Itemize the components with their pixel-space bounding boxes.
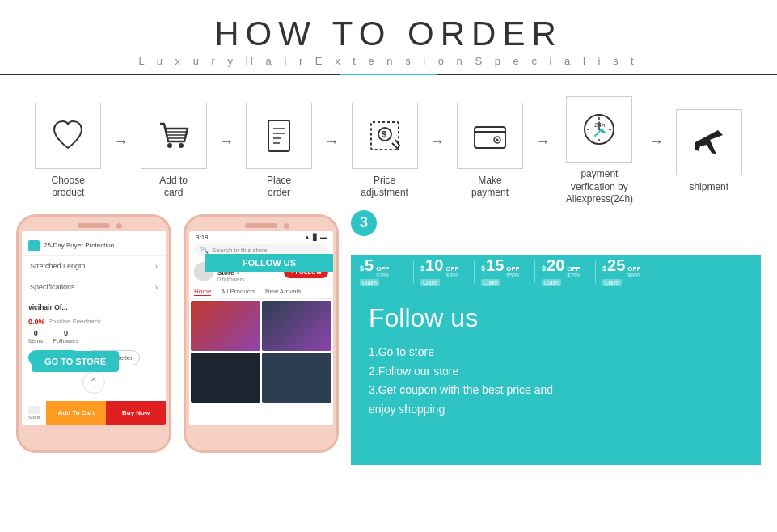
protection-icon: [28, 240, 40, 251]
phone-mockup-2: 3:18 ▲ ▊ ▬ FOLLOW US 🔍 Search in this st…: [184, 214, 339, 453]
coupon-5-off: OFF: [627, 265, 640, 272]
phone1-followers-stat: 0 Followers: [53, 329, 78, 344]
coupon-4-top: $ 20 OFF $799: [542, 257, 580, 278]
coupon-1-off-block: OFF $199: [376, 265, 389, 278]
phone1-stats: 0 Items 0 Followers: [22, 327, 166, 348]
coupon-4-claim[interactable]: Claim: [542, 279, 561, 286]
coupon-2-min: $399: [446, 272, 458, 278]
cart-icon: [154, 116, 194, 156]
coupons-strip: $ 5 OFF $199 Claim $ 10 OFF $399: [351, 255, 761, 289]
items-count: 0: [34, 329, 38, 337]
follow-step-2: 2.Follow our store: [369, 362, 743, 382]
coupon-4-off: OFF: [567, 265, 580, 272]
coupon-5-min: $999: [627, 272, 640, 278]
coupon-5-top: $ 25 OFF $999: [602, 257, 640, 278]
phone1-protection-row: 25-Day Buyer Protection: [22, 236, 166, 256]
svg-point-17: [496, 138, 499, 141]
make-payment-icon-box: [457, 103, 523, 169]
coupon-divider-4: [595, 260, 596, 283]
svg-rect-15: [475, 127, 505, 148]
battery-icon: ▬: [320, 234, 327, 241]
phone1-rating-label: Positive Feedback: [49, 318, 101, 326]
go-to-store-overlay[interactable]: GO TO STORE: [32, 351, 119, 372]
coupon-4-min: $799: [567, 272, 580, 278]
coupon-3-claim[interactable]: Claim: [481, 279, 500, 286]
phone1-specifications-row[interactable]: Specifications ›: [22, 277, 166, 298]
phone2-nav-new-arrivals[interactable]: New Arrivals: [265, 288, 301, 296]
coupon-2-dollar: $: [420, 264, 424, 272]
coupon-2-amount: 10: [425, 257, 443, 273]
shipment-icon-box: [676, 109, 742, 175]
coupon-2-off: OFF: [446, 265, 458, 272]
coupon-3-amount: 15: [486, 257, 504, 273]
clock-icon: 24h: [579, 109, 619, 150]
coupon-4-amount: 20: [547, 257, 564, 273]
phone2-speaker: [245, 223, 277, 228]
coupon-3: $ 15 OFF $599 Claim: [476, 255, 533, 288]
coupon-4-dollar: $: [542, 264, 546, 272]
phone1-stretched-length-row[interactable]: Stretched Length ›: [22, 256, 166, 277]
phone2-camera: [284, 223, 289, 229]
followers-count: 0: [64, 329, 68, 337]
follow-list: 1.Go to store 2.Follow our store 3.Get c…: [369, 343, 743, 420]
arrow-6: →: [648, 133, 665, 150]
coupon-3-off: OFF: [506, 265, 519, 272]
phone2-time: 3:18: [196, 234, 209, 241]
arrow-5: →: [534, 133, 551, 150]
coupon-1: $ 5 OFF $199 Claim: [355, 255, 412, 288]
coupon-divider-3: [534, 260, 535, 283]
coupon-divider-1: [413, 260, 414, 283]
coupon-1-top: $ 5 OFF $199: [360, 257, 389, 278]
arrow-4: →: [429, 133, 446, 150]
stretched-length-label: Stretched Length: [30, 262, 86, 270]
header-line-right: [437, 74, 778, 75]
step-place-order-label: Placeorder: [267, 175, 291, 200]
wifi-icon: ▲: [304, 234, 310, 241]
coupon-2-claim[interactable]: Claim: [420, 279, 440, 286]
step-shipment-label: shipment: [689, 181, 728, 194]
coupon-2: $ 10 OFF $399 Claim: [416, 255, 472, 288]
signal-icon: ▊: [313, 234, 318, 241]
phone2-img-1: [191, 301, 260, 351]
phone1-screen: 25-Day Buyer Protection Stretched Length…: [22, 231, 166, 425]
page-subtitle: L u x u r y H a i r E x t e n s i o n S …: [0, 55, 777, 67]
follow-panel: Follow us 1.Go to store 2.Follow our sto…: [351, 289, 761, 465]
phone1-camera: [116, 223, 122, 229]
coupon-1-off: OFF: [376, 265, 389, 272]
step-payment-verification-label: paymentverfication byAliexpress(24h): [566, 168, 633, 206]
phone2-followers: 0 followers: [217, 277, 280, 282]
step-make-payment-label: Makepayment: [471, 175, 509, 200]
coupon-5-claim[interactable]: Claim: [602, 279, 622, 286]
step-add-to-card: Add tocard: [129, 103, 217, 200]
document-icon: [259, 116, 299, 156]
header-section: HOW TO ORDER L u x u r y H a i r E x t e…: [0, 0, 777, 82]
phone1-rating: 0.0%: [28, 318, 45, 326]
specifications-label: Specifications: [30, 283, 75, 291]
step-payment-verification: 24h paymentverfication byAliexpress(24h): [551, 96, 647, 206]
coupon-3-min: $599: [506, 272, 519, 278]
coupon-1-claim[interactable]: Claim: [360, 279, 379, 286]
items-label: Items: [28, 337, 43, 344]
add-to-cart-button[interactable]: Add To Cart: [46, 401, 106, 425]
svg-rect-5: [268, 120, 289, 151]
phone2-nav-home[interactable]: Home: [194, 288, 211, 296]
phone2-screen: 3:18 ▲ ▊ ▬ FOLLOW US 🔍 Search in this st…: [189, 231, 333, 425]
step-place-order: Placeorder: [235, 103, 323, 200]
phone1-items-stat: 0 Items: [28, 329, 43, 344]
specifications-arrow: ›: [155, 283, 158, 292]
bottom-section: 25-Day Buyer Protection Stretched Length…: [0, 214, 777, 465]
add-to-card-icon-box: [141, 103, 207, 169]
payment-verification-icon-box: 24h: [566, 96, 632, 163]
svg-point-3: [167, 143, 172, 148]
phone2-nav-all-products[interactable]: All Products: [221, 288, 255, 296]
follow-step-1: 1.Go to store: [369, 343, 743, 362]
coupon-2-off-block: OFF $399: [446, 265, 458, 278]
phone2-search-icon: 🔍: [201, 247, 209, 254]
price-tag-icon: $: [365, 116, 405, 156]
coupon-3-dollar: $: [481, 264, 485, 272]
coupon-4: $ 20 OFF $799 Claim: [537, 255, 593, 288]
wallet-icon: [470, 116, 510, 156]
follow-step-3: 3.Get coupon with the best price andenjo…: [369, 381, 743, 420]
price-adjustment-icon-box: $: [352, 103, 418, 169]
buy-now-button[interactable]: Buy Now: [106, 401, 166, 425]
